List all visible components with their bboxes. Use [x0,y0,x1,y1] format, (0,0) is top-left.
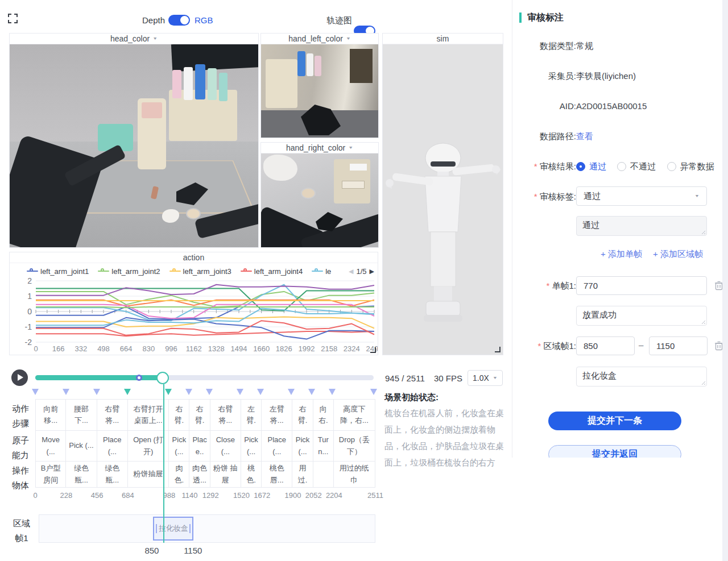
legend-item[interactable]: left_arm_joint1 [27,267,89,276]
atomic-ability-cell[interactable]: Pick (... [241,431,262,462]
atomic-ability-cell[interactable]: Move (... [35,431,66,462]
action-step-cell[interactable]: 左臂 将... [262,399,292,431]
action-line-chart[interactable]: 210-1-2016633249866483099611621328149416… [10,277,378,355]
object-cell[interactable]: B户型 房间 [35,462,66,488]
atomic-ability-cell[interactable]: Plac e.. [189,431,210,462]
resize-grip-icon[interactable] [700,229,705,234]
svg-text:2324: 2324 [344,344,360,353]
step-marker-flag[interactable] [185,389,192,395]
step-marker-flag[interactable] [288,389,295,395]
step-marker-flag[interactable] [165,389,172,395]
atomic-ability-cell[interactable]: Pick (... [66,431,97,462]
action-step-cell[interactable]: 右 臂. [292,399,313,431]
action-step-cell[interactable]: 腰部 下... [66,399,97,431]
review-result-radio[interactable] [667,162,676,171]
atomic-ability-cell[interactable]: Pick (... [292,431,313,462]
action-step-cell[interactable]: 右臂 将... [97,399,128,431]
svg-text:1660: 1660 [253,344,270,353]
panel-scrollbar[interactable] [722,0,728,561]
submit-return-button[interactable]: 提交并返回 [548,445,681,458]
object-cell[interactable]: 粉饼 抽屉 [210,462,241,488]
action-step-cell[interactable]: 向前 移... [35,399,66,431]
axis-tick-label: 1140 [181,491,197,500]
fullscreen-icon[interactable] [8,14,18,23]
step-marker-flag[interactable] [257,389,264,395]
single-frame-input[interactable]: 770 [576,276,707,295]
review-result-radio[interactable] [617,162,626,171]
action-step-cell[interactable]: 右 臂. [169,399,189,431]
hand-right-camera-panel: hand_right_color ▼ [260,142,379,248]
step-marker-flag[interactable] [63,389,69,395]
review-result-option-label[interactable]: 通过 [589,161,606,172]
review-result-option-label[interactable]: 异常数据 [680,161,714,172]
sim-viewport[interactable] [383,44,503,355]
data-path-view-link[interactable]: 查看 [576,131,593,142]
action-step-cell[interactable]: 右臂 将... [210,399,241,431]
play-button[interactable] [11,369,28,386]
atomic-ability-cell[interactable]: Place (... [97,431,128,462]
chart-resize-handle[interactable] [370,347,376,353]
step-marker-flag[interactable] [237,389,243,395]
step-marker-flag[interactable] [370,389,377,395]
atomic-ability-cell[interactable]: Place (... [262,431,292,462]
resize-grip-icon[interactable] [700,380,705,385]
object-cell[interactable]: 用过的纸 巾 [334,462,375,488]
action-step-cell[interactable]: 向 右. [313,399,334,431]
single-frame-note[interactable]: 放置成功 [576,306,707,326]
review-tag-select[interactable]: 通过 ▼ [576,186,707,206]
atomic-ability-cell[interactable]: Drop（丢 下） [334,431,375,462]
head-camera-header[interactable]: head_color ▼ [10,34,258,44]
object-cell[interactable]: 桃色 唇... [262,462,292,488]
region-left-handle[interactable] [156,524,157,533]
svg-text:1494: 1494 [231,344,247,353]
atomic-ability-cell[interactable]: Close (... [210,431,241,462]
region-frame-note[interactable]: 拉化妆盒 [576,367,707,387]
object-cell[interactable]: 桃 色. [241,462,262,488]
add-region-frame-link[interactable]: + 添加区域帧 [653,249,703,260]
legend-prev-icon[interactable]: ◀ [349,268,353,275]
row-label-atomic-ability: 原子能力 [9,433,32,463]
legend-next-icon[interactable]: ▶ [370,268,374,275]
review-result-label: 审核结果: [516,161,576,172]
review-result-option-label[interactable]: 不通过 [630,161,656,172]
sim-resize-handle[interactable] [495,347,500,352]
progress-slider-handle[interactable] [156,372,169,384]
region-end-input[interactable]: 1150 [649,336,708,355]
review-result-radio[interactable] [576,162,585,171]
step-marker-flag[interactable] [329,389,336,395]
step-marker-flag[interactable] [93,389,100,395]
add-single-frame-link[interactable]: + 添加单帧 [601,249,642,260]
depth-rgb-toggle[interactable] [168,15,190,26]
hand-right-camera-header[interactable]: hand_right_color ▼ [261,143,378,153]
legend-item[interactable]: left_arm_joint2 [98,267,160,276]
step-marker-flag[interactable] [206,389,213,395]
scene-state-text: 梳妆台在机器人前，化妆盒在桌面上，化妆盒的侧边摆放着物品，化妆品，护肤品盒垃圾在… [384,405,509,471]
region-start-input[interactable]: 850 [576,336,635,355]
region-frame-track[interactable]: 拉化妆盒 [39,514,375,543]
legend-item[interactable]: le [312,267,331,276]
object-cell[interactable]: 肉色 透... [189,462,210,488]
action-step-cell[interactable]: 高度下 降，右... [334,399,375,431]
step-marker-flag[interactable] [308,389,315,395]
action-step-cell[interactable]: 右 臂. [189,399,210,431]
atomic-ability-cell[interactable]: Tur n... [313,431,334,462]
object-cell[interactable]: 肉 色. [169,462,189,488]
action-step-cell[interactable]: 左 臂. [241,399,262,431]
svg-text:2158: 2158 [321,344,337,353]
review-tag-note[interactable]: 通过 [576,216,707,236]
hand-left-camera-header[interactable]: hand_left_color ▼ [261,34,378,44]
region-right-handle[interactable] [189,524,191,533]
object-cell[interactable]: 绿色 瓶... [97,462,128,488]
region-frame-segment[interactable]: 拉化妆盒 [153,517,193,541]
legend-item[interactable]: left_arm_joint4 [241,267,303,276]
legend-item[interactable]: left_arm_joint3 [169,267,231,276]
step-marker-flag[interactable] [32,389,39,395]
step-marker-flag[interactable] [124,389,131,395]
object-cell[interactable]: 绿色 瓶... [66,462,97,488]
atomic-ability-cell[interactable]: Pick (... [169,431,189,462]
submit-next-button[interactable]: 提交并下一条 [548,412,681,430]
object-cell[interactable]: 用 过. [292,462,313,488]
speed-select[interactable]: 1.0X ▼ [468,370,503,386]
object-cell[interactable] [313,462,334,488]
resize-grip-icon[interactable] [700,319,705,324]
